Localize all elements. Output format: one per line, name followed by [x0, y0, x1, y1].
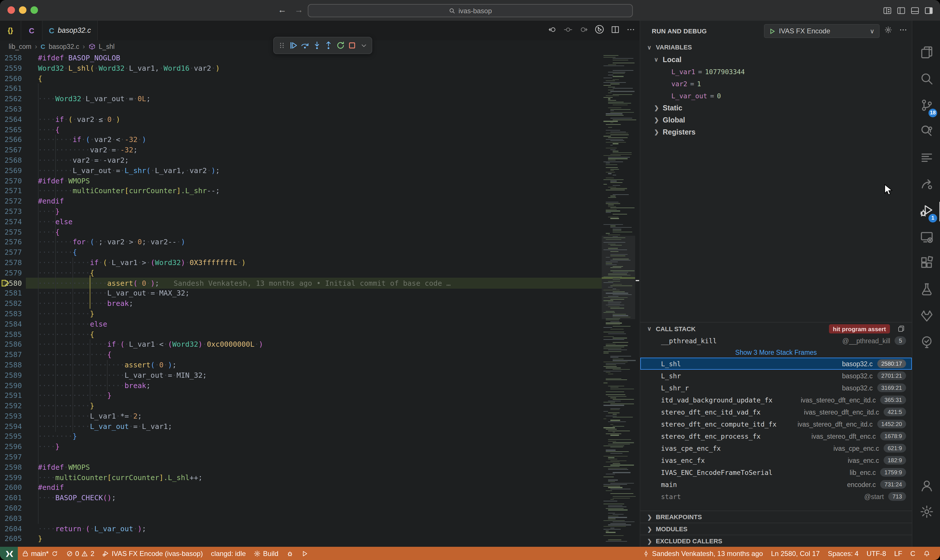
status-indentation[interactable]: Spaces: 4: [824, 547, 863, 560]
stack-frame-start[interactable]: start@start713: [640, 491, 912, 503]
drag-handle-button[interactable]: [277, 39, 287, 52]
code-line-2597[interactable]: [0, 452, 602, 462]
stack-frame-L_shr[interactable]: L_shrbasop32.c2701:21: [640, 370, 912, 382]
breadcrumb-folder[interactable]: lib_com: [9, 43, 31, 50]
activity-item-accounts[interactable]: [912, 474, 940, 500]
copy-call-stack-icon[interactable]: [897, 325, 905, 334]
code-line-2568[interactable]: ········var2·=·-var2;: [0, 155, 602, 166]
activity-item-gitlab-workflow[interactable]: [912, 303, 940, 330]
code-line-2592[interactable]: ············}: [0, 401, 602, 411]
code-line-2578[interactable]: ············if·(·L_var1·>·(Word32)·0X3ff…: [0, 258, 602, 268]
stack-frame-ivas_enc_fx[interactable]: ivas_enc_fxivas_enc.c182:9: [640, 454, 912, 466]
code-line-2559[interactable]: Word32·L_shl(·Word32·L_var1,·Word16·var2…: [0, 63, 602, 74]
code-line-2564[interactable]: ····if·(·var2·≤·0·): [0, 114, 602, 125]
variables-section-header[interactable]: ∨ VARIABLES: [640, 41, 912, 54]
status-eol[interactable]: LF: [890, 547, 906, 560]
launch-config-dropdown[interactable]: IVAS FX Encode ∨: [764, 24, 880, 38]
more-actions-icon[interactable]: [899, 26, 907, 36]
call-stack-section-header[interactable]: ∨ CALL STACK hit program assert: [640, 322, 912, 335]
status-language-mode[interactable]: C: [906, 547, 919, 560]
activity-item-todo-tree[interactable]: [912, 330, 940, 357]
code-line-2596[interactable]: ····}: [0, 442, 602, 452]
excluded-callers-section-header[interactable]: ❯EXCLUDED CALLERS: [640, 535, 912, 547]
code-line-2580[interactable]: ················assert(·0·);Sandesh Venk…: [0, 278, 602, 288]
minimap[interactable]: [602, 53, 635, 547]
code-line-2576[interactable]: ········for·(·;·var2·>·0;·var2--·): [0, 237, 602, 248]
status-build-task[interactable]: Build: [250, 547, 282, 560]
code-line-2594[interactable]: ············L_var_out·=·L_var1;: [0, 421, 602, 431]
split-editor-button[interactable]: [611, 25, 619, 36]
next-change-button[interactable]: [579, 25, 588, 36]
activity-item-testing[interactable]: [912, 277, 940, 303]
status-git-branch[interactable]: main*: [18, 547, 62, 560]
activity-item-manage[interactable]: [912, 500, 940, 526]
code-line-2575[interactable]: ····{: [0, 227, 602, 237]
tab-basop32[interactable]: C basop32.c: [43, 21, 98, 40]
status-clangd-status[interactable]: clangd: idle: [207, 547, 250, 560]
code-line-2558[interactable]: #ifdef·BASOP_NOGLOB: [0, 53, 602, 63]
code-line-2600[interactable]: #endif: [0, 483, 602, 493]
toggle-panel-left-icon[interactable]: [897, 6, 906, 15]
tab-c-file[interactable]: C: [21, 21, 43, 40]
variable-row-L_var1[interactable]: L_var1=1077903344: [640, 66, 912, 78]
code-line-2560[interactable]: {: [0, 73, 602, 84]
code-line-2574[interactable]: ····else: [0, 217, 602, 227]
code-line-2563[interactable]: [0, 104, 602, 114]
breakpoints-section-header[interactable]: ❯BREAKPOINTS: [640, 511, 912, 523]
stack-frame-IVAS_ENC_EncodeFrameToSerial[interactable]: IVAS_ENC_EncodeFrameToSeriallib_enc.c175…: [640, 466, 912, 478]
code-line-2586[interactable]: ················if·(·L_var1·<·(Word32)·0…: [0, 340, 602, 350]
status-encoding[interactable]: UTF-8: [863, 547, 890, 560]
code-line-2591[interactable]: ················}: [0, 391, 602, 401]
stack-frame-L_shl[interactable]: L_shlbasop32.c2580:17: [640, 358, 912, 370]
breadcrumb-symbol[interactable]: L_shl: [99, 43, 114, 50]
previous-change-button[interactable]: [548, 25, 557, 36]
code-line-2601[interactable]: ····BASOP_CHECK();: [0, 493, 602, 503]
activity-item-source-control[interactable]: 18: [912, 93, 940, 119]
stack-frame-stereo_dft_enc_itd_vad_fx[interactable]: stereo_dft_enc_itd_vad_fxivas_stereo_dft…: [640, 406, 912, 418]
restart-button[interactable]: [335, 39, 345, 52]
activity-item-search-details[interactable]: [912, 119, 940, 146]
code-line-2599[interactable]: ····multiCounter[currCounter].L_shl++;: [0, 472, 602, 483]
code-line-2589[interactable]: ····················L_var_out·=·MIN_32;: [0, 370, 602, 380]
step-over-button[interactable]: [300, 39, 310, 52]
stack-frame-stereo_dft_enc_compute_itd_fx[interactable]: stereo_dft_enc_compute_itd_fxivas_stereo…: [640, 418, 912, 430]
stack-frame-stereo_dft_enc_process_fx[interactable]: stereo_dft_enc_process_fxivas_stereo_dft…: [640, 430, 912, 442]
code-line-2593[interactable]: ············L_var1·*=·2;: [0, 411, 602, 422]
stack-frame-ivas_cpe_enc_fx[interactable]: ivas_cpe_enc_fxivas_cpe_enc.c621:9: [640, 442, 912, 454]
code-line-2595[interactable]: ········}: [0, 431, 602, 442]
stop-button[interactable]: [347, 39, 357, 52]
code-line-2572[interactable]: #endif: [0, 196, 602, 206]
code-line-2562[interactable]: ····Word32·L_var_out·=·0L;: [0, 94, 602, 104]
code-line-2598[interactable]: #ifdef·WMOPS: [0, 462, 602, 472]
status-cursor-position[interactable]: Ln 2580, Col 17: [767, 547, 823, 560]
toggle-panel-bottom-icon[interactable]: [911, 6, 919, 15]
variables-group-registers[interactable]: ❯Registers: [640, 126, 912, 138]
activity-item-explorer[interactable]: [912, 40, 940, 67]
code-line-2567[interactable]: ············var2·=·-32;: [0, 145, 602, 155]
code-line-2583[interactable]: ············}: [0, 309, 602, 319]
zoom-window-button[interactable]: [31, 6, 38, 14]
toggle-panel-right-icon[interactable]: [925, 6, 933, 15]
code-line-2573[interactable]: ····}: [0, 206, 602, 217]
variables-group-global[interactable]: ❯Global: [640, 114, 912, 126]
stack-frame-itd_vad_background_update_fx[interactable]: itd_vad_background_update_fxivas_stereo_…: [640, 394, 912, 406]
code-line-2590[interactable]: ····················break;: [0, 380, 602, 391]
code-line-2605[interactable]: }: [0, 534, 602, 544]
modules-section-header[interactable]: ❯MODULES: [640, 523, 912, 535]
gear-icon[interactable]: [884, 26, 892, 36]
status-problems[interactable]: 02: [62, 547, 99, 560]
activity-item-live-share[interactable]: [912, 172, 940, 198]
stack-frame-L_shr_r[interactable]: L_shr_rbasop32.c3169:21: [640, 382, 912, 394]
variable-row-L_var_out[interactable]: L_var_out=0: [640, 90, 912, 102]
change-marker-button[interactable]: [564, 25, 572, 36]
close-window-button[interactable]: [8, 6, 15, 14]
more-actions-button[interactable]: [626, 25, 635, 36]
code-line-2569[interactable]: ········L_var_out·=·L_shr(·L_var1,·var2·…: [0, 166, 602, 176]
code-line-2561[interactable]: [0, 84, 602, 94]
code-line-2577[interactable]: ········{: [0, 247, 602, 258]
variables-group-static[interactable]: ❯Static: [640, 102, 912, 114]
activity-item-search[interactable]: [912, 67, 940, 93]
more-button[interactable]: [359, 39, 369, 52]
code-line-2584[interactable]: ············else: [0, 319, 602, 329]
stack-frame-main[interactable]: mainencoder.c731:24: [640, 478, 912, 491]
